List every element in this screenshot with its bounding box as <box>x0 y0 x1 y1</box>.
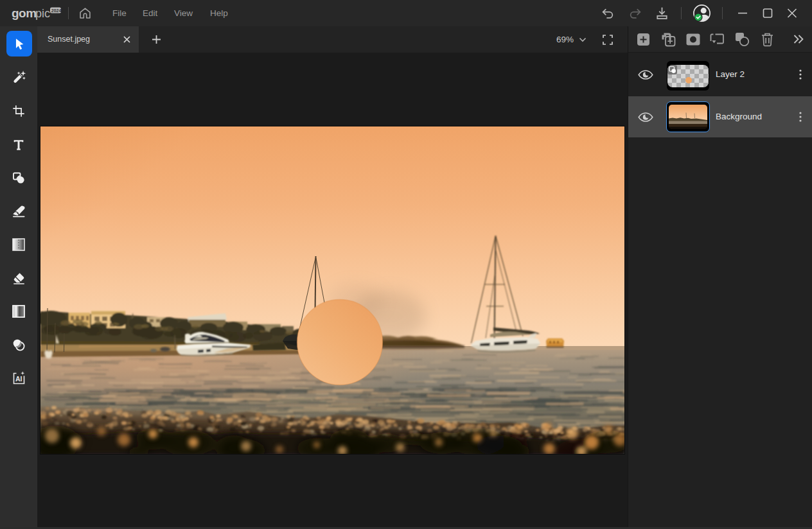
svg-text:AI: AI <box>15 375 22 383</box>
svg-text:pic: pic <box>35 7 50 20</box>
svg-text:gom: gom <box>12 6 37 20</box>
svg-text:2024: 2024 <box>51 8 62 13</box>
